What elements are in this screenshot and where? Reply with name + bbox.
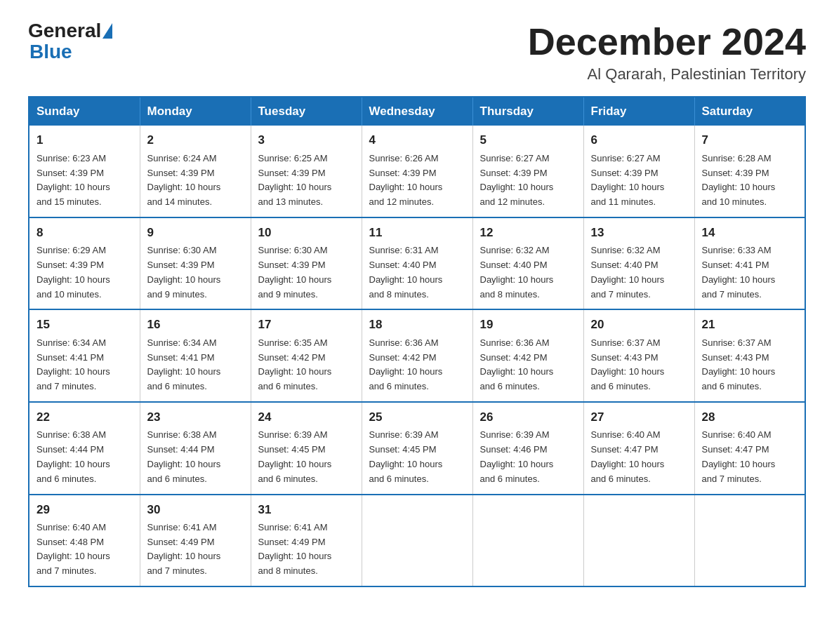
day-number: 10 [258,224,355,242]
day-number: 28 [702,408,798,427]
weekday-header-tuesday: Tuesday [251,97,362,126]
calendar-cell: 15Sunrise: 6:34 AMSunset: 4:41 PMDayligh… [29,309,140,402]
day-info: Sunrise: 6:32 AMSunset: 4:40 PMDaylight:… [591,243,687,302]
day-number: 4 [369,131,465,149]
calendar-cell [694,495,805,587]
day-info: Sunrise: 6:40 AMSunset: 4:47 PMDaylight:… [702,428,798,486]
day-info: Sunrise: 6:41 AMSunset: 4:49 PMDaylight:… [147,521,244,579]
weekday-header-sunday: Sunday [29,97,140,126]
day-number: 9 [147,224,244,242]
day-number: 24 [258,408,355,427]
calendar-cell: 30Sunrise: 6:41 AMSunset: 4:49 PMDayligh… [140,495,251,587]
page-header: General Blue December 2024 Al Qararah, P… [28,21,806,83]
logo-blue-text: Blue [29,41,72,62]
calendar-week-row: 15Sunrise: 6:34 AMSunset: 4:41 PMDayligh… [29,309,805,402]
calendar-cell: 7Sunrise: 6:28 AMSunset: 4:39 PMDaylight… [694,126,805,217]
day-number: 23 [147,408,244,427]
day-number: 14 [702,224,798,242]
day-info: Sunrise: 6:27 AMSunset: 4:39 PMDaylight:… [591,152,687,210]
day-number: 17 [258,316,355,334]
calendar-cell: 12Sunrise: 6:32 AMSunset: 4:40 PMDayligh… [472,217,583,310]
day-info: Sunrise: 6:36 AMSunset: 4:42 PMDaylight:… [369,336,465,394]
day-number: 18 [369,316,465,334]
day-number: 16 [147,316,244,334]
calendar-cell: 3Sunrise: 6:25 AMSunset: 4:39 PMDaylight… [251,126,362,217]
day-info: Sunrise: 6:25 AMSunset: 4:39 PMDaylight:… [258,152,355,210]
calendar-cell: 19Sunrise: 6:36 AMSunset: 4:42 PMDayligh… [472,309,583,402]
day-number: 21 [702,316,798,334]
calendar-cell: 10Sunrise: 6:30 AMSunset: 4:39 PMDayligh… [251,217,362,310]
calendar-cell: 2Sunrise: 6:24 AMSunset: 4:39 PMDaylight… [140,126,251,217]
calendar-week-row: 29Sunrise: 6:40 AMSunset: 4:48 PMDayligh… [29,495,805,587]
calendar-cell: 29Sunrise: 6:40 AMSunset: 4:48 PMDayligh… [29,495,140,587]
day-info: Sunrise: 6:31 AMSunset: 4:40 PMDaylight:… [369,243,465,302]
day-number: 13 [591,224,687,242]
calendar-cell [472,495,583,587]
calendar-cell: 9Sunrise: 6:30 AMSunset: 4:39 PMDaylight… [140,217,251,310]
calendar-cell: 25Sunrise: 6:39 AMSunset: 4:45 PMDayligh… [362,402,472,495]
day-info: Sunrise: 6:24 AMSunset: 4:39 PMDaylight:… [147,152,244,210]
day-info: Sunrise: 6:33 AMSunset: 4:41 PMDaylight:… [702,243,798,302]
day-number: 12 [480,224,576,242]
logo-triangle-icon [102,23,112,39]
day-number: 19 [480,316,576,334]
calendar-cell: 22Sunrise: 6:38 AMSunset: 4:44 PMDayligh… [29,402,140,495]
day-number: 20 [591,316,687,334]
day-number: 29 [37,501,133,519]
day-info: Sunrise: 6:30 AMSunset: 4:39 PMDaylight:… [147,243,244,302]
day-number: 27 [591,408,687,427]
day-info: Sunrise: 6:23 AMSunset: 4:39 PMDaylight:… [37,152,133,210]
calendar-cell: 31Sunrise: 6:41 AMSunset: 4:49 PMDayligh… [251,495,362,587]
day-number: 6 [591,131,687,149]
day-info: Sunrise: 6:29 AMSunset: 4:39 PMDaylight:… [37,243,133,302]
calendar-cell [362,495,472,587]
day-info: Sunrise: 6:41 AMSunset: 4:49 PMDaylight:… [258,521,355,579]
calendar-cell: 17Sunrise: 6:35 AMSunset: 4:42 PMDayligh… [251,309,362,402]
day-info: Sunrise: 6:34 AMSunset: 4:41 PMDaylight:… [37,336,133,394]
calendar-week-row: 1Sunrise: 6:23 AMSunset: 4:39 PMDaylight… [29,126,805,217]
calendar-cell: 21Sunrise: 6:37 AMSunset: 4:43 PMDayligh… [694,309,805,402]
location-title: Al Qararah, Palestinian Territory [528,65,806,83]
calendar-cell: 26Sunrise: 6:39 AMSunset: 4:46 PMDayligh… [472,402,583,495]
calendar-cell: 14Sunrise: 6:33 AMSunset: 4:41 PMDayligh… [694,217,805,310]
calendar-cell: 4Sunrise: 6:26 AMSunset: 4:39 PMDaylight… [362,126,472,217]
day-info: Sunrise: 6:36 AMSunset: 4:42 PMDaylight:… [480,336,576,394]
calendar-table: SundayMondayTuesdayWednesdayThursdayFrid… [28,96,806,587]
calendar-cell [583,495,694,587]
day-number: 25 [369,408,465,427]
day-number: 15 [37,316,133,334]
calendar-cell: 27Sunrise: 6:40 AMSunset: 4:47 PMDayligh… [583,402,694,495]
day-number: 1 [37,131,133,149]
day-info: Sunrise: 6:40 AMSunset: 4:48 PMDaylight:… [37,521,133,579]
day-info: Sunrise: 6:39 AMSunset: 4:45 PMDaylight:… [369,428,465,486]
weekday-header-wednesday: Wednesday [362,97,472,126]
calendar-cell: 13Sunrise: 6:32 AMSunset: 4:40 PMDayligh… [583,217,694,310]
day-info: Sunrise: 6:32 AMSunset: 4:40 PMDaylight:… [480,243,576,302]
calendar-cell: 11Sunrise: 6:31 AMSunset: 4:40 PMDayligh… [362,217,472,310]
calendar-cell: 28Sunrise: 6:40 AMSunset: 4:47 PMDayligh… [694,402,805,495]
logo: General Blue [28,21,114,63]
calendar-cell: 6Sunrise: 6:27 AMSunset: 4:39 PMDaylight… [583,126,694,217]
weekday-header-thursday: Thursday [472,97,583,126]
day-number: 3 [258,131,355,149]
calendar-cell: 18Sunrise: 6:36 AMSunset: 4:42 PMDayligh… [362,309,472,402]
day-info: Sunrise: 6:39 AMSunset: 4:46 PMDaylight:… [480,428,576,486]
day-number: 5 [480,131,576,149]
month-title: December 2024 [528,21,806,62]
day-info: Sunrise: 6:38 AMSunset: 4:44 PMDaylight:… [147,428,244,486]
day-info: Sunrise: 6:28 AMSunset: 4:39 PMDaylight:… [702,152,798,210]
day-info: Sunrise: 6:27 AMSunset: 4:39 PMDaylight:… [480,152,576,210]
day-info: Sunrise: 6:35 AMSunset: 4:42 PMDaylight:… [258,336,355,394]
day-info: Sunrise: 6:34 AMSunset: 4:41 PMDaylight:… [147,336,244,394]
day-info: Sunrise: 6:26 AMSunset: 4:39 PMDaylight:… [369,152,465,210]
calendar-cell: 16Sunrise: 6:34 AMSunset: 4:41 PMDayligh… [140,309,251,402]
day-number: 22 [37,408,133,427]
title-block: December 2024 Al Qararah, Palestinian Te… [528,21,806,83]
day-number: 26 [480,408,576,427]
day-number: 8 [37,224,133,242]
calendar-cell: 24Sunrise: 6:39 AMSunset: 4:45 PMDayligh… [251,402,362,495]
weekday-header-friday: Friday [583,97,694,126]
calendar-cell: 8Sunrise: 6:29 AMSunset: 4:39 PMDaylight… [29,217,140,310]
day-info: Sunrise: 6:37 AMSunset: 4:43 PMDaylight:… [702,336,798,394]
day-info: Sunrise: 6:40 AMSunset: 4:47 PMDaylight:… [591,428,687,486]
